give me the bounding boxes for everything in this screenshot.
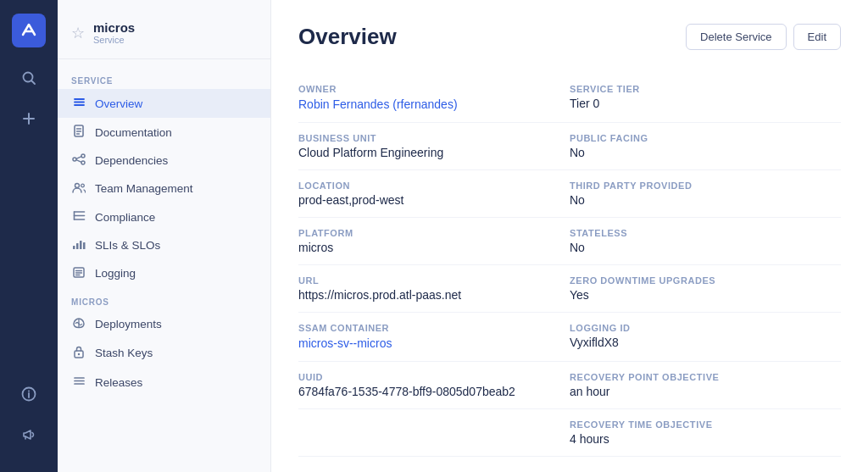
stateless-label: Stateless [570, 228, 827, 238]
add-icon-btn[interactable] [12, 102, 46, 136]
svg-point-36 [78, 353, 80, 355]
deployments-icon [71, 317, 86, 331]
page-title: Overview [298, 24, 397, 50]
sidebar-item-overview[interactable]: Overview [58, 89, 270, 118]
sidebar-item-dependencies[interactable]: Dependencies [58, 147, 270, 175]
sidebar-item-documentation[interactable]: Documentation [58, 118, 270, 147]
svg-point-21 [81, 184, 85, 187]
ssam-label: SSAM Container [298, 323, 529, 333]
sidebar-item-deployments-label: Deployments [95, 318, 162, 330]
sidebar-item-logging-label: Logging [95, 267, 136, 280]
dependencies-icon [71, 153, 86, 168]
svg-point-6 [28, 391, 30, 392]
search-icon-btn[interactable] [12, 61, 46, 95]
compliance-icon [71, 209, 86, 225]
overview-info-grid: Owner Robin Fernandes (rfernandes) Servi… [298, 74, 841, 457]
stateless-cell: Stateless No [570, 218, 841, 265]
svg-line-18 [76, 157, 81, 159]
owner-label: Owner [298, 84, 529, 94]
sidebar-item-logging[interactable]: Logging [58, 259, 270, 287]
rpo-cell: Recovery Point Objective an hour [570, 362, 841, 409]
platform-label: Platform [298, 228, 529, 238]
sidebar-item-slis-slos-label: SLIs & SLOs [95, 239, 160, 252]
svg-rect-27 [76, 243, 79, 249]
owner-cell: Owner Robin Fernandes (rfernandes) [298, 74, 570, 123]
sidebar-item-team-management-label: Team Management [95, 182, 193, 195]
releases-icon [71, 375, 86, 390]
sidebar: ☆ micros Service SERVICE Overview Docume… [58, 0, 271, 472]
favorite-icon[interactable]: ☆ [71, 24, 85, 42]
sidebar-item-stash-keys[interactable]: Stash Keys [58, 338, 270, 368]
public-facing-label: Public Facing [570, 133, 827, 143]
sidebar-item-stash-keys-label: Stash Keys [95, 347, 153, 359]
zero-downtime-cell: Zero Downtime Upgrades Yes [570, 265, 841, 313]
app-logo[interactable] [12, 14, 46, 47]
location-label: Location [298, 180, 529, 191]
sidebar-item-slis-slos[interactable]: SLIs & SLOs [58, 231, 270, 259]
sidebar-item-releases-label: Releases [95, 376, 142, 389]
sidebar-item-documentation-label: Documentation [95, 126, 172, 139]
location-cell: Location prod-east,prod-west [298, 170, 570, 218]
rto-label: Recovery Time Objective [570, 419, 827, 430]
business-unit-value: Cloud Platform Engineering [298, 146, 529, 159]
micros-section-label: MICROS [58, 287, 270, 310]
zero-downtime-value: Yes [570, 288, 827, 302]
icon-bar [0, 0, 58, 472]
rpo-label: Recovery Point Objective [570, 372, 827, 382]
sidebar-item-team-management[interactable]: Team Management [58, 175, 270, 203]
platform-value: micros [298, 241, 529, 254]
megaphone-icon-btn[interactable] [12, 418, 46, 452]
sidebar-header: ☆ micros Service [58, 14, 270, 59]
sidebar-item-releases[interactable]: Releases [58, 368, 270, 397]
logging-id-value: VyxifldX8 [570, 336, 827, 349]
rto-cell: Recovery Time Objective 4 hours [570, 409, 841, 457]
logging-id-label: Logging ID [570, 323, 827, 333]
svg-point-15 [73, 158, 76, 161]
service-tier-cell: Service Tier Tier 0 [570, 74, 841, 123]
edit-button[interactable]: Edit [793, 24, 841, 50]
service-section-label: SERVICE [58, 66, 270, 89]
service-name: micros [93, 20, 135, 35]
overview-icon [71, 96, 86, 111]
main-content: Overview Delete Service Edit Owner Robin… [271, 0, 868, 472]
sidebar-item-deployments[interactable]: Deployments [58, 310, 270, 338]
sidebar-item-overview-label: Overview [95, 97, 142, 110]
sidebar-item-dependencies-label: Dependencies [95, 154, 168, 167]
svg-point-16 [81, 154, 85, 158]
logging-icon [71, 266, 86, 280]
platform-cell: Platform micros [298, 218, 570, 265]
logging-id-cell: Logging ID VyxifldX8 [570, 313, 841, 362]
location-value: prod-east,prod-west [298, 193, 529, 207]
owner-value[interactable]: Robin Fernandes (rfernandes) [298, 97, 458, 111]
ssam-value[interactable]: micros-sv--micros [298, 336, 392, 350]
header-buttons: Delete Service Edit [686, 24, 841, 50]
uuid-label: UUID [298, 372, 529, 382]
rpo-value: an hour [570, 385, 827, 398]
service-label: Service [93, 35, 135, 45]
delete-service-button[interactable]: Delete Service [686, 24, 787, 50]
ssam-cell: SSAM Container micros-sv--micros [298, 313, 570, 362]
svg-point-17 [81, 161, 85, 164]
svg-point-20 [75, 184, 80, 188]
service-tier-label: Service Tier [570, 84, 827, 94]
url-cell: URL https://micros.prod.atl-paas.net [298, 265, 570, 313]
main-header: Overview Delete Service Edit [298, 24, 841, 50]
url-value: https://micros.prod.atl-paas.net [298, 288, 529, 302]
stash-keys-icon [71, 345, 86, 361]
svg-rect-28 [80, 241, 82, 249]
svg-line-19 [76, 160, 81, 163]
stateless-value: No [570, 241, 827, 254]
public-facing-value: No [570, 146, 827, 159]
team-management-icon [71, 181, 86, 196]
info-icon-btn[interactable] [12, 377, 46, 411]
third-party-value: No [570, 193, 827, 207]
sidebar-item-compliance[interactable]: Compliance [58, 203, 270, 231]
rto-value: 4 hours [570, 432, 827, 446]
svg-line-1 [32, 81, 36, 85]
public-facing-cell: Public Facing No [570, 123, 841, 170]
svg-rect-29 [83, 242, 86, 249]
empty-left-cell [298, 409, 570, 457]
url-label: URL [298, 275, 529, 286]
sidebar-item-compliance-label: Compliance [95, 211, 155, 224]
slis-slos-icon [71, 238, 86, 253]
